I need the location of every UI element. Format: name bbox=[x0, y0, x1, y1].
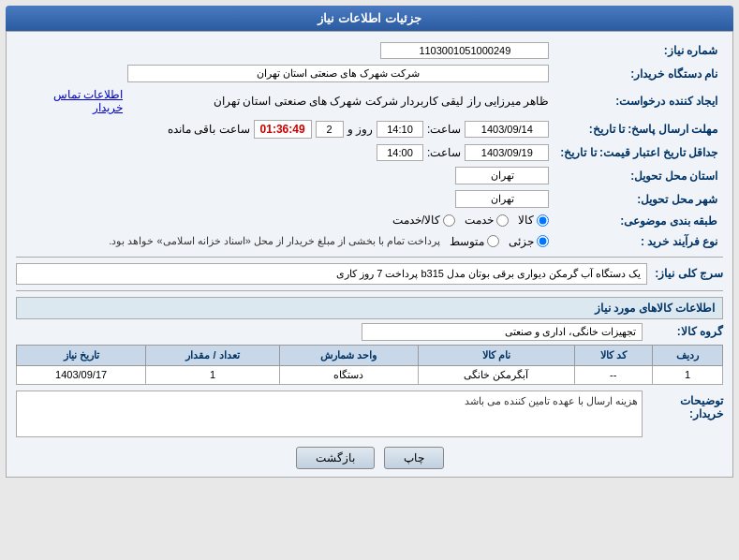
shomareNiaz-value: 1103001051000249 bbox=[166, 39, 554, 62]
col-tedad: تعداد / مقدار bbox=[146, 345, 279, 365]
row-noefar: نوع فرآیند خرید : جزئی متوسط bbox=[16, 232, 723, 251]
mohlatErsalPasokh-label: مهلت ارسال پاسخ: تا تاریخ: bbox=[554, 117, 723, 141]
tozihate-area: هزینه ارسال با عهده تامین کننده می باشد bbox=[16, 391, 643, 437]
shahrTahvil-label: شهر محل تحویل: bbox=[554, 187, 723, 211]
cell-tedad: 1 bbox=[146, 365, 279, 384]
col-kod: کد کالا bbox=[574, 345, 652, 365]
mohlatDate-value: 1403/09/14 bbox=[465, 121, 549, 138]
row-jadval: جداقل تاریخ اعتبار قیمت: تا تاریخ: 1403/… bbox=[16, 141, 723, 164]
table-row: 1--آبگرمکن خانگیدستگاه11403/09/17 bbox=[17, 365, 723, 384]
shomareNiaz-input: 1103001051000249 bbox=[380, 42, 549, 59]
cell-tarikh: 1403/09/17 bbox=[17, 365, 146, 384]
buttons-row: چاپ بازگشت bbox=[16, 447, 723, 469]
tozihate-label: توضیحات خریدار: bbox=[648, 391, 723, 420]
main-panel: شماره نیاز: 1103001051000249 نام دستگاه … bbox=[6, 31, 733, 478]
divider-2 bbox=[16, 290, 723, 291]
noe-motovaset-radio[interactable] bbox=[487, 235, 499, 247]
page-wrapper: جزئیات اطلاعات نیاز شماره نیاز: 11030010… bbox=[0, 0, 739, 560]
row-tabaqe: طبقه بندی موضوعی: کالا خدمت bbox=[16, 211, 723, 232]
noe-jozi-option[interactable]: جزئی bbox=[509, 235, 549, 248]
sarj-row: سرج کلی نیاز: یک دستگاه آب گرمکن دیواری … bbox=[16, 263, 723, 285]
groupeKala-row: گروه کالا: تجهیزات خانگی، اداری و صنعتی bbox=[16, 323, 723, 341]
shomareNiaz-label: شماره نیاز: bbox=[554, 39, 723, 62]
ijadKonande-label: ایجاد کننده درخواست: bbox=[554, 85, 723, 117]
jadval-inline: 1403/09/19 ساعت: 14:00 bbox=[377, 144, 549, 161]
mohlatSaat-label: ساعت: bbox=[427, 123, 461, 136]
notes-row: توضیحات خریدار: هزینه ارسال با عهده تامی… bbox=[16, 391, 723, 437]
mohlatSaat-value: 14:10 bbox=[377, 121, 423, 138]
tabaqe-kalakhadamat-option[interactable]: کالا/خدمت bbox=[392, 214, 455, 227]
row-ijadkonande: ایجاد کننده درخواست: ظاهر میرزایی راز لی… bbox=[16, 85, 723, 117]
ostanTahvil-label: استان محل تحویل: bbox=[554, 164, 723, 187]
tabaqe-khadamat-label: خدمت bbox=[465, 214, 494, 227]
noe-radio-group: جزئی متوسط bbox=[450, 235, 549, 248]
mohlat-inline: 1403/09/14 ساعت: 14:10 روز و 2 01:36:49 … bbox=[168, 120, 549, 139]
tabaqe-radio-group: کالا خدمت کالا/خدمت bbox=[392, 214, 549, 227]
goods-table: ردیف کد کالا نام کالا واحد شمارش تعداد /… bbox=[16, 345, 723, 385]
cell-namKala: آبگرمکن خانگی bbox=[418, 365, 574, 384]
col-nam: نام کالا bbox=[418, 345, 574, 365]
row-mohlat: مهلت ارسال پاسخ: تا تاریخ: 1403/09/14 سا… bbox=[16, 117, 723, 141]
cell-vahed: دستگاه bbox=[279, 365, 418, 384]
namDastgah-label: نام دستگاه خریدار: bbox=[554, 62, 723, 85]
tabaqe-khadamat-radio[interactable] bbox=[496, 214, 509, 227]
tabaqe-kala-label: کالا bbox=[518, 214, 534, 227]
page-title: جزئیات اطلاعات نیاز bbox=[318, 11, 421, 25]
row-shomare: شماره نیاز: 1103001051000249 bbox=[16, 39, 723, 62]
page-header: جزئیات اطلاعات نیاز bbox=[6, 6, 733, 31]
tabaqe-kalakhadamat-radio[interactable] bbox=[443, 214, 455, 227]
tabaqe-kala-option[interactable]: کالا bbox=[518, 214, 549, 227]
etelaat-link[interactable]: اطلاعات تماس خریدار bbox=[53, 88, 123, 114]
shahrTahvil-value: تهران bbox=[455, 190, 549, 208]
row-namdastgah: نام دستگاه خریدار: شرکت شهرک های صنعتی ا… bbox=[16, 62, 723, 85]
noe-jozi-label: جزئی bbox=[509, 235, 534, 248]
jadvalDate-value: 1403/09/19 bbox=[465, 144, 549, 161]
cell-radif: 1 bbox=[652, 365, 722, 384]
noeFarayand-container: جزئی متوسط پرداخت تمام با بخشی از مبلغ خ… bbox=[22, 235, 549, 248]
mohlatBaghi-label: ساعت باقی مانده bbox=[168, 123, 250, 136]
mohlatRoz-label: روز و bbox=[347, 123, 373, 136]
tabaqe-khadamat-option[interactable]: خدمت bbox=[465, 214, 509, 227]
namDastgah-value: شرکت شهرک های صنعتی استان تهران bbox=[127, 65, 549, 82]
tabaqe-kalakhadamat-label: کالا/خدمت bbox=[392, 214, 440, 227]
noeFarayand-note: پرداخت تمام با بخشی از مبلغ خریدار از مح… bbox=[109, 235, 440, 247]
mohlatRoz-value: 2 bbox=[316, 121, 344, 138]
ijadKonande-value: ظاهر میرزایی راز لیقی کاربردار شرکت شهرک… bbox=[214, 95, 549, 108]
tabaqe-kala-radio[interactable] bbox=[537, 214, 549, 227]
col-radif: ردیف bbox=[652, 345, 722, 365]
btn-bazgasht[interactable]: بازگشت bbox=[296, 447, 375, 469]
sarjKaliNiaz-label: سرج کلی نیاز: bbox=[655, 267, 723, 280]
tabaqe-label: طبقه بندی موضوعی: bbox=[554, 211, 723, 232]
info-table: شماره نیاز: 1103001051000249 نام دستگاه … bbox=[16, 39, 723, 251]
noe-motovaset-label: متوسط bbox=[450, 235, 484, 248]
goods-table-header: ردیف کد کالا نام کالا واحد شمارش تعداد /… bbox=[17, 345, 723, 365]
groupeKala-value: تجهیزات خانگی، اداری و صنعتی bbox=[362, 323, 643, 341]
noeFarayand-label: نوع فرآیند خرید : bbox=[554, 232, 723, 251]
jadvalSaat-label: ساعت: bbox=[427, 146, 461, 159]
goods-table-body: 1--آبگرمکن خانگیدستگاه11403/09/17 bbox=[17, 365, 723, 384]
etelaat-section-title: اطلاعات کالاهای مورد نیاز bbox=[16, 297, 723, 319]
noe-jozi-radio[interactable] bbox=[537, 235, 549, 247]
groupeKala-label: گروه کالا: bbox=[648, 325, 723, 338]
row-shahr: شهر محل تحویل: تهران bbox=[16, 187, 723, 211]
col-vahed: واحد شمارش bbox=[279, 345, 418, 365]
divider-1 bbox=[16, 257, 723, 258]
noe-motovaset-option[interactable]: متوسط bbox=[450, 235, 499, 248]
sarjKaliNiaz-value: یک دستگاه آب گرمکن دیواری برقی بوتان مدل… bbox=[16, 263, 647, 285]
tozihate-hint: هزینه ارسال با عهده تامین کننده می باشد bbox=[465, 395, 638, 406]
row-ostan: استان محل تحویل: تهران bbox=[16, 164, 723, 187]
ostanTahvil-value: تهران bbox=[455, 167, 549, 184]
col-tarikh: تاریخ نیاز bbox=[17, 345, 146, 365]
cell-kodKala: -- bbox=[574, 365, 652, 384]
jadvalSaat-value: 14:00 bbox=[377, 144, 423, 161]
countdown-value: 01:36:49 bbox=[254, 120, 312, 139]
jadvalTarikh-label: جداقل تاریخ اعتبار قیمت: تا تاریخ: bbox=[554, 141, 723, 164]
btn-chap[interactable]: چاپ bbox=[384, 447, 444, 469]
goods-header-row: ردیف کد کالا نام کالا واحد شمارش تعداد /… bbox=[17, 345, 723, 365]
